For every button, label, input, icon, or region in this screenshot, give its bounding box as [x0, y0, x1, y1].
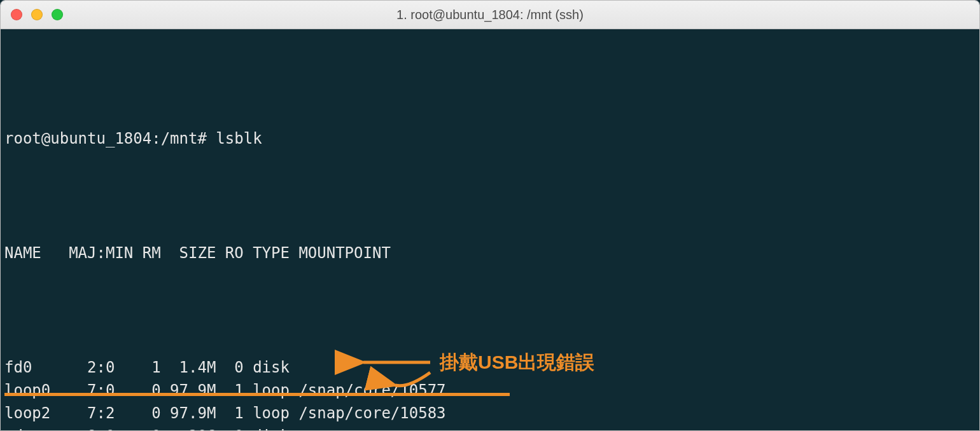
titlebar: 1. root@ubuntu_1804: /mnt (ssh) — [1, 1, 979, 29]
close-icon[interactable] — [11, 9, 22, 20]
lsblk-header: NAME MAJ:MIN RM SIZE RO TYPE MOUNTPOINT — [4, 242, 976, 264]
lsblk-rows: fd0 2:0 1 1.4M 0 disk loop0 7:0 0 97.9M … — [4, 356, 976, 431]
command-lsblk: lsblk — [216, 130, 262, 147]
zoom-icon[interactable] — [52, 9, 63, 20]
table-row: fd0 2:0 1 1.4M 0 disk — [4, 356, 976, 379]
prompt-user: root@ubuntu_1804 — [4, 130, 151, 147]
terminal-body[interactable]: root@ubuntu_1804:/mnt# lsblk NAME MAJ:MI… — [1, 29, 979, 431]
table-row: loop0 7:0 0 97.9M 1 loop /snap/core/1057… — [4, 379, 976, 402]
window-title: 1. root@ubuntu_1804: /mnt (ssh) — [1, 8, 979, 22]
prompt-line: root@ubuntu_1804:/mnt# lsblk — [4, 127, 976, 150]
table-row: loop2 7:2 0 97.9M 1 loop /snap/core/1058… — [4, 402, 976, 425]
terminal-window: 1. root@ubuntu_1804: /mnt (ssh) root@ubu… — [0, 0, 980, 431]
prompt-symbol: # — [197, 130, 206, 147]
minimize-icon[interactable] — [31, 9, 43, 20]
table-row: sda 8:0 0 20G 0 disk — [4, 425, 976, 431]
prompt-path: /mnt — [161, 130, 198, 147]
window-controls — [11, 9, 63, 20]
